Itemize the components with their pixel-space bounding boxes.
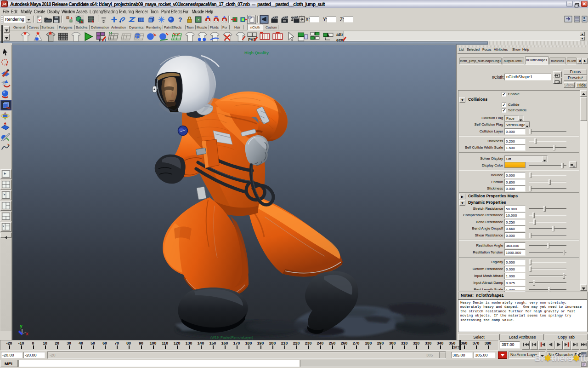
svg-text:attr: attr <box>336 32 343 37</box>
svg-text:(W19_PastedRemoteLayer): (W19_PastedRemoteLayer) <box>210 335 253 339</box>
svg-text:↳: ↳ <box>326 33 330 38</box>
svg-text:x: x <box>26 331 29 336</box>
svg-text:?: ? <box>178 16 182 23</box>
svg-text:High Quality: High Quality <box>244 51 269 55</box>
svg-text:y: y <box>20 323 23 328</box>
